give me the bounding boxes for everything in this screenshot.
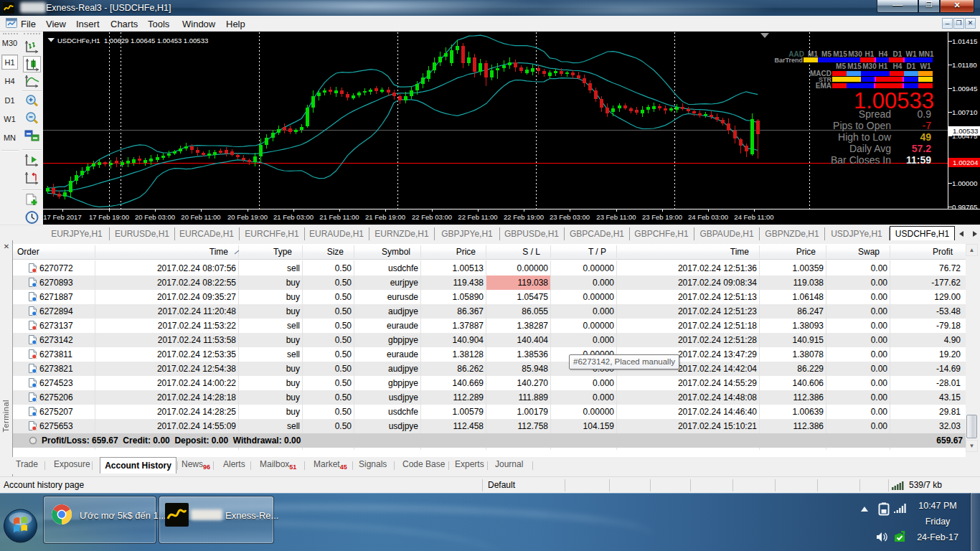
svg-text:H4: H4 [893, 62, 903, 70]
svg-text:1.00533: 1.00533 [953, 127, 979, 135]
svg-text:22 Feb 03:00: 22 Feb 03:00 [412, 213, 452, 221]
svg-text:20 Feb 11:00: 20 Feb 11:00 [181, 213, 220, 221]
svg-text:W1: W1 [920, 62, 931, 70]
svg-text:EMA: EMA [816, 82, 831, 90]
svg-text:H1: H1 [879, 62, 888, 70]
svg-text:1.00945: 1.00945 [952, 85, 978, 93]
svg-text:High to Low: High to Low [838, 131, 892, 143]
svg-text:MN1: MN1 [918, 50, 934, 58]
svg-text:D1: D1 [893, 50, 903, 58]
svg-text:21 Feb 03:00: 21 Feb 03:00 [273, 213, 314, 221]
svg-text:M30: M30 [848, 50, 862, 58]
svg-text:1.01415: 1.01415 [952, 37, 978, 45]
svg-text:1.01180: 1.01180 [952, 61, 977, 69]
svg-text:21 Feb 11:00: 21 Feb 11:00 [319, 213, 359, 221]
svg-text:23 Feb 19:00: 23 Feb 19:00 [642, 213, 682, 221]
svg-text:M5: M5 [821, 50, 831, 58]
svg-text:11:59: 11:59 [906, 154, 931, 166]
svg-text:M5: M5 [836, 62, 846, 70]
svg-text:Daily Avg: Daily Avg [849, 143, 891, 154]
svg-text:20 Feb 03:00: 20 Feb 03:00 [135, 213, 175, 221]
svg-text:H4: H4 [879, 50, 888, 58]
svg-text:49: 49 [920, 131, 931, 143]
svg-text:22 Feb 19:00: 22 Feb 19:00 [504, 213, 544, 221]
svg-text:BarTrend: BarTrend [774, 57, 803, 64]
svg-text:17 Feb 2017: 17 Feb 2017 [43, 213, 81, 221]
svg-text:M15: M15 [847, 62, 862, 70]
svg-text:Pips to Open: Pips to Open [833, 120, 891, 131]
svg-text:-7: -7 [923, 120, 932, 131]
svg-text:57.2: 57.2 [912, 143, 931, 154]
svg-text:1.00000: 1.00000 [952, 179, 978, 187]
svg-text:23 Feb 11:00: 23 Feb 11:00 [596, 213, 636, 221]
svg-text:M15: M15 [833, 50, 847, 58]
svg-text:USDCHFe,H1 1.00629 1.00645 1.: USDCHFe,H1 1.00629 1.00645 1.00453 1.005… [57, 37, 208, 44]
svg-text:24 Feb 03:00: 24 Feb 03:00 [688, 213, 728, 221]
svg-text:23 Feb 03:00: 23 Feb 03:00 [550, 213, 590, 221]
svg-text:Spread: Spread [859, 108, 891, 120]
svg-text:1.00710: 1.00710 [952, 108, 978, 116]
svg-text:W1: W1 [906, 50, 917, 58]
svg-text:22 Feb 11:00: 22 Feb 11:00 [458, 213, 497, 221]
svg-text:M1: M1 [808, 50, 818, 58]
svg-text:20 Feb 19:00: 20 Feb 19:00 [227, 213, 268, 221]
svg-text:Bar Closes In: Bar Closes In [831, 154, 891, 166]
svg-text:21 Feb 19:00: 21 Feb 19:00 [365, 213, 405, 221]
svg-text:M30: M30 [862, 62, 877, 70]
svg-text:0.9: 0.9 [918, 108, 932, 120]
svg-text:17 Feb 19:00: 17 Feb 19:00 [89, 213, 129, 221]
svg-text:0.99765: 0.99765 [952, 203, 978, 211]
svg-text:24 Feb 11:00: 24 Feb 11:00 [734, 213, 773, 221]
svg-text:D1: D1 [907, 62, 916, 70]
svg-text:1.00204: 1.00204 [953, 159, 979, 166]
svg-text:H1: H1 [865, 50, 875, 58]
